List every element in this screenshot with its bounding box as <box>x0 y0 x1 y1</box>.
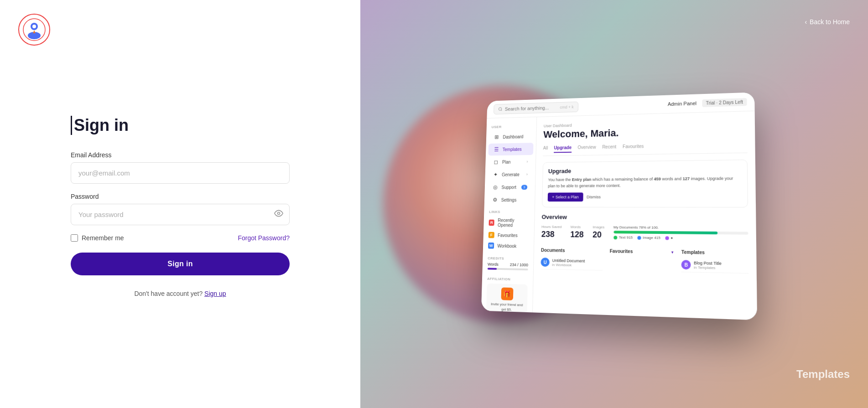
chart-bar-fill <box>613 231 717 234</box>
sidebar-item-templates[interactable]: ☰ Templates <box>488 143 533 155</box>
sidebar-recently-opened[interactable]: R Recently Opened <box>483 215 534 230</box>
right-panel: ‹ Back to Home cmd + k Admin Panel Trial… <box>360 0 868 408</box>
email-label: Email Address <box>71 151 290 159</box>
sidebar-label-settings: Settings <box>501 197 516 202</box>
logo <box>18 14 50 46</box>
remember-label: Remember me <box>82 234 124 242</box>
svg-point-2 <box>28 32 41 39</box>
email-input[interactable] <box>71 162 290 184</box>
stats-row: Hours Saved 238 Words 128 Images 20 <box>541 225 748 245</box>
plan-icon: ◻ <box>493 159 499 165</box>
documents-col-title: Documents <box>541 248 565 253</box>
sidebar-label-templates: Templates <box>502 146 521 151</box>
doc-sub-1: in Workbook <box>552 262 602 267</box>
select-plan-button[interactable]: + Select a Plan <box>547 192 583 201</box>
tab-overview[interactable]: Overview <box>577 145 596 152</box>
sidebar-favourites[interactable]: F Favourites <box>483 229 534 240</box>
generate-icon: ✦ <box>492 171 498 177</box>
password-input[interactable] <box>71 204 290 225</box>
remember-forgot-row: Remember me Forgot Password? <box>71 234 290 242</box>
no-account-text: Don't have account yet? <box>134 290 203 297</box>
legend-row: Text 915 Image 415 ● <box>613 235 748 241</box>
svg-point-5 <box>499 107 501 110</box>
sidebar-item-dashboard[interactable]: ⊞ Dashboard <box>489 130 534 143</box>
sidebar-item-generate[interactable]: ✦ Generate › <box>487 168 532 181</box>
trial-badge: Trial · 2 Days Left <box>702 98 747 107</box>
favourites-col-header: Favourites ▾ <box>609 248 674 254</box>
app-main: User Dashboard Welcome, Maria. All Upgra… <box>532 111 757 320</box>
upgrade-actions: + Select a Plan Dismiss <box>547 192 741 201</box>
recently-opened-label: Recently Opened <box>497 217 529 227</box>
other-legend-label: ● <box>670 236 673 240</box>
back-to-home-label: Back to Home <box>810 18 850 26</box>
sidebar-item-support[interactable]: ◎ Support 3 <box>487 181 533 193</box>
favourites-icon: F <box>488 232 494 238</box>
tab-row: All Upgrade Overview Recent Favourites <box>543 142 747 156</box>
image-legend-label: Image 415 <box>643 235 660 240</box>
signup-link[interactable]: Sign up <box>204 290 226 297</box>
legend-text: Text 915 <box>613 235 632 240</box>
templates-icon: ☰ <box>493 146 499 152</box>
signup-row: Don't have account yet? Sign up <box>71 290 290 297</box>
password-label: Password <box>71 193 290 200</box>
remember-checkbox[interactable] <box>71 234 78 242</box>
settings-icon: ⚙ <box>492 196 498 202</box>
tab-all[interactable]: All <box>543 145 548 153</box>
favourites-dropdown[interactable]: ▾ <box>671 249 674 254</box>
words-label: Words <box>570 225 583 229</box>
upgrade-box-text: You have the Entry plan which has a rema… <box>548 176 741 189</box>
images-value: 20 <box>593 230 604 239</box>
templates-col-title: Templates <box>681 249 704 255</box>
credits-section: CREDITS Words 234 / 1000 <box>482 253 533 274</box>
tab-recent[interactable]: Recent <box>602 144 616 152</box>
admin-panel-link[interactable]: Admin Panel <box>667 100 696 107</box>
doc-name-2: Blog Post Title <box>694 260 748 266</box>
sidebar-item-settings[interactable]: ⚙ Settings <box>487 193 532 206</box>
documents-col: Documents U Untitled Document in Workboo… <box>541 248 603 270</box>
sidebar-label-dashboard: Dashboard <box>503 134 523 139</box>
doc-name-1: Untitled Document <box>552 258 602 263</box>
tab-favourites[interactable]: Favourites <box>622 144 643 152</box>
chart-area: My Documents 78% of 100. Text 915 <box>613 225 748 245</box>
credits-fill <box>487 268 496 269</box>
left-panel: Sign in Email Address Password Remember … <box>0 0 360 408</box>
credits-value: 234 / 1000 <box>509 262 528 267</box>
legend-image: Image 415 <box>637 235 660 240</box>
sign-in-button[interactable]: Sign in <box>71 253 290 275</box>
credits-bar <box>487 268 528 270</box>
dashboard-icon: ⊞ <box>494 134 499 139</box>
back-to-home-link[interactable]: ‹ Back to Home <box>805 18 850 26</box>
upgrade-box-title: Upgrade <box>548 165 741 174</box>
favourites-col: Favourites ▾ <box>609 248 674 272</box>
sidebar-workbook[interactable]: W Workbook <box>483 240 534 251</box>
stat-words: Words 128 <box>570 225 584 243</box>
dismiss-button[interactable]: Dismiss <box>587 195 601 199</box>
workbook-label: Workbook <box>497 243 516 248</box>
search-input[interactable] <box>504 105 555 112</box>
search-bar[interactable]: cmd + k <box>494 101 578 114</box>
svg-point-3 <box>32 25 36 28</box>
favourites-col-title: Favourites <box>609 248 633 254</box>
text-legend-label: Text 915 <box>619 235 632 239</box>
form-container: Sign in Email Address Password Remember … <box>71 116 290 325</box>
other-legend-dot <box>665 236 669 239</box>
recently-opened-icon: R <box>489 219 494 226</box>
doc-avatar-2: B <box>681 260 691 269</box>
legend-other: ● <box>665 236 673 240</box>
images-label: Images <box>593 225 604 229</box>
doc-item-2: B Blog Post Title in Templates <box>681 258 748 274</box>
app-body: USER ⊞ Dashboard ☰ Templates ◻ Plan › <box>481 111 757 320</box>
tab-upgrade[interactable]: Upgrade <box>554 145 572 153</box>
page-title: Sign in <box>71 116 290 135</box>
words-value: 128 <box>570 230 584 239</box>
forgot-password-link[interactable]: Forgot Password? <box>238 234 290 242</box>
tablet-mockup: cmd + k Admin Panel Trial · 2 Days Left … <box>481 92 757 320</box>
sidebar-links-label: LINKS <box>484 206 535 216</box>
toggle-password-icon[interactable] <box>274 209 283 220</box>
logo-area <box>18 14 50 46</box>
remember-section: Remember me <box>71 234 124 242</box>
sidebar-item-plan[interactable]: ◻ Plan › <box>488 155 533 168</box>
sidebar-label-support: Support <box>501 185 516 190</box>
doc-info-1: Untitled Document in Workbook <box>552 258 602 267</box>
credits-words-label: Words <box>487 262 498 266</box>
